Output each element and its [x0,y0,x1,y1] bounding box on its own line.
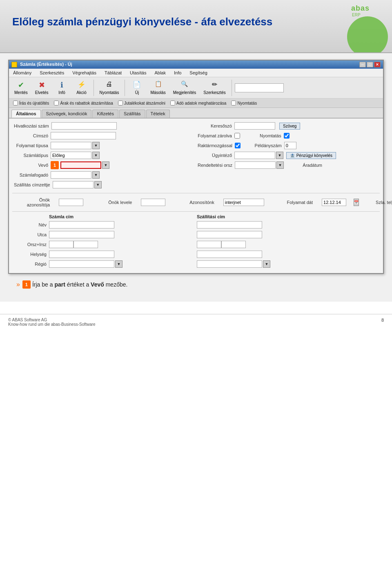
window-controls[interactable]: ─ □ ✕ [359,62,381,67]
info-button[interactable]: Infó [53,79,71,96]
szamlafogado-input[interactable] [51,171,91,179]
utca-szall-input[interactable] [197,231,262,238]
cimszo-input[interactable] [51,132,116,139]
action-tab-nyomtatas[interactable]: Nyomtatás [229,100,258,106]
action-tab-arak-checkbox[interactable] [54,101,59,105]
uj-button[interactable]: Új [128,79,146,96]
szerkesztes-button[interactable]: Szerkesztés [200,79,228,96]
hivatkozasi-szam-input[interactable] [51,122,117,130]
action-tab-iras[interactable]: Írás és újratöltés [11,100,51,106]
footer-left: © ABAS Software AG Know-how rund um die … [8,318,95,327]
masolas-button[interactable]: Másolás [147,79,168,96]
onok-levele-input[interactable] [141,199,165,206]
szamlatipus-btn[interactable]: ▼ [92,152,100,159]
rendeltesi-btn[interactable]: ▼ [276,161,284,169]
regio-input[interactable] [49,260,114,268]
action-tab-arak[interactable]: Árak és rabattok átszámítása [52,100,115,106]
szla-telj-datum-label: Szla. telj. dátum [373,200,392,205]
aradatum-label: Áradátum [288,163,325,168]
szamlafogado-row: Számlafogadó ▼ [14,171,194,179]
helyseg-szall-row [197,250,380,258]
azonositonk-input[interactable] [223,199,264,206]
minimize-button[interactable]: ─ [359,62,366,67]
szamlafogado-btn[interactable]: ▼ [92,171,100,179]
menu-szerkesztes[interactable]: Szerkesztés [37,69,67,76]
kereseszo-input[interactable] [234,122,275,130]
regio-btn[interactable]: ▼ [115,260,122,268]
szallitasi-cim-title: Szállítási cím [197,214,225,219]
szallitas-cimzettje-input[interactable] [53,181,94,188]
toolbar-search-input[interactable] [235,83,284,92]
folyamat-tipusa-btn[interactable]: ▼ [92,142,100,149]
form-bottom-info: Önök azonosítója Önök levele Azonosítónk… [12,196,380,209]
onok-azonosito-input[interactable] [59,199,83,206]
elvetes-button[interactable]: Elvetés [32,79,51,96]
kereseszo-row: Keresőszó Szöveg [198,122,378,130]
nyomtatas-button[interactable]: Nyomtatás [97,79,122,96]
tabs-row: Általános Szövegek, kondíciók Kifizetés … [9,108,383,118]
tab-kifizetes[interactable]: Kifizetés [92,110,118,118]
peldanyszam-label: Példányszám [247,143,284,148]
menu-utasitas[interactable]: Utasítás [127,69,149,76]
page-title: Előleg számla pénzügyi könyvelése - áfa … [12,16,272,28]
regio-szall-input[interactable] [197,260,262,268]
maximize-button[interactable]: □ [367,62,373,67]
regio-szall-btn[interactable]: ▼ [263,260,270,268]
menu-vegrehajtas[interactable]: Végrehajtás [70,69,99,76]
ugyinteze-btn[interactable]: ▼ [276,152,283,159]
form-divider-1 [12,193,380,193]
helyseg-input[interactable] [49,251,114,258]
action-tab-nyomtatas-checkbox[interactable] [231,101,236,105]
tab-szallitas[interactable]: Szállítás [119,110,145,118]
ugyinteze-input[interactable] [234,152,275,159]
peldanyszam-input[interactable] [284,142,296,149]
akcio-button[interactable]: Akció [73,79,91,96]
folyamat-dat-input[interactable] [322,199,346,206]
action-tabs-bar: Írás és újratöltés Árak és rabattok átsz… [9,99,383,108]
copyright-text: © ABAS Software AG [8,318,95,322]
form-divider-2 [12,211,380,212]
megjeleнites-button[interactable]: Megjelenítés [170,79,199,96]
window-frame: Számla (Értékesítés) - Új ─ □ ✕ Állomány… [8,60,384,274]
info-icon [58,81,67,90]
vevo-btn[interactable]: ▼ [102,161,109,169]
utca-input[interactable] [49,231,114,238]
mentes-button[interactable]: Mentés [11,79,31,96]
szamlatipus-input[interactable] [51,152,91,159]
tab-altalanos[interactable]: Általános [11,110,41,118]
irsz-input[interactable] [74,241,98,248]
penzugyi-button[interactable]: 🏦 Pénzügyi könyvelés [286,152,336,159]
folyamat-tipusa-input[interactable] [51,142,91,149]
nyomtatas-checkbox[interactable] [284,133,290,139]
szallitas-cimzettje-btn[interactable]: ▼ [94,181,102,188]
nev-label: Név [12,222,49,227]
raktarmozgassal-checkbox[interactable] [235,143,241,148]
menu-seggitseg[interactable]: Segítség [187,69,209,76]
szoveg-button[interactable]: Szöveg [279,123,300,130]
tab-szovegek[interactable]: Szövegek, kondíciók [42,110,92,118]
vevo-input[interactable] [60,161,101,169]
menu-allomany[interactable]: Állomány [11,69,34,76]
orsz-szall-input[interactable] [197,241,221,248]
menu-info[interactable]: Info [172,69,184,76]
action-tab-iras-checkbox[interactable] [13,101,18,105]
folyamat-zarolva-label: Folyamat zárolva [198,133,234,138]
helyseg-szall-input[interactable] [197,251,262,258]
folyamat-zarolva-checkbox[interactable] [234,133,240,139]
action-tab-jutalekok[interactable]: Jutalékokat átszámolni [116,100,167,106]
menu-ablak[interactable]: Ablak [152,69,168,76]
action-tab-ado-checkbox[interactable] [170,101,175,105]
irsz-szall-input[interactable] [221,241,246,248]
action-tab-jutalekok-checkbox[interactable] [118,101,123,105]
menu-tablazat[interactable]: Táblázat [102,69,124,76]
nev-szall-input[interactable] [197,221,262,229]
folyamat-dat-btn[interactable]: 📅 [354,199,359,206]
action-tab-ado[interactable]: Adó adatok meghatározása [169,100,228,106]
tab-tetelek[interactable]: Tételek [146,110,170,118]
abas-circle-decoration [347,16,388,53]
orsz-input[interactable] [49,241,74,248]
cimszo-row: Címszó [14,132,194,140]
rendeltesi-input[interactable] [235,161,276,169]
close-button[interactable]: ✕ [374,62,381,67]
nev-input[interactable] [49,221,114,229]
